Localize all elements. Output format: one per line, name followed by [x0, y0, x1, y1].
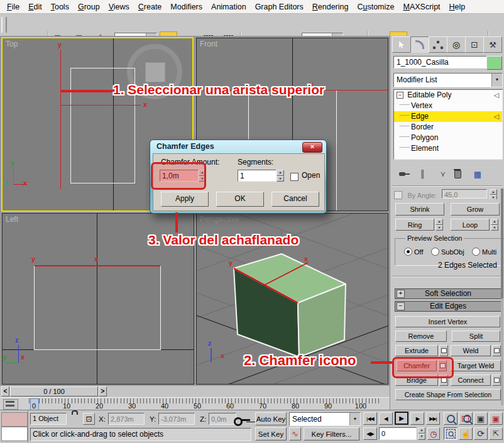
stack-item-element[interactable]: Element: [394, 143, 502, 154]
menu-help[interactable]: Help: [445, 1, 470, 13]
tab-utilities[interactable]: ⚒: [483, 36, 502, 53]
cancel-button[interactable]: Cancel: [271, 192, 319, 207]
pan-button[interactable]: ☝: [459, 427, 473, 440]
grow-button[interactable]: Grow: [451, 203, 500, 216]
modifier-list-dropdown[interactable]: Modifier List▼: [393, 73, 503, 87]
menu-tools[interactable]: Tools: [47, 1, 74, 13]
panel-scrollbar[interactable]: [501, 189, 503, 405]
preview-multi-radio[interactable]: Multi: [472, 248, 496, 256]
menu-maxscript[interactable]: MAXScript: [399, 1, 445, 13]
previous-frame-button[interactable]: ◀|: [379, 412, 393, 425]
previous-frame-arrow[interactable]: <: [1, 386, 9, 397]
z-coordinate-field[interactable]: [209, 413, 236, 425]
set-key-button[interactable]: Set Key: [255, 427, 287, 440]
create-shape-button[interactable]: Create Shape From Selection: [395, 389, 501, 400]
loop-spinner[interactable]: ▲▼: [491, 219, 498, 231]
shrink-button[interactable]: Shrink: [395, 203, 444, 216]
x-coordinate-field[interactable]: [108, 413, 145, 425]
object-name-field[interactable]: [393, 56, 488, 68]
tab-motion[interactable]: ◎: [447, 36, 466, 53]
viewport-top-label[interactable]: Top: [6, 40, 18, 48]
remove-modifier-icon[interactable]: [451, 168, 464, 180]
next-frame-arrow[interactable]: >: [99, 386, 107, 397]
extrude-settings-button[interactable]: [439, 345, 448, 356]
zoom-button[interactable]: [444, 412, 457, 425]
configure-modifier-sets-icon[interactable]: ▦: [471, 168, 485, 180]
zoom-all-button[interactable]: [459, 412, 473, 425]
split-button[interactable]: Split: [452, 331, 500, 342]
maxscript-listener-pink[interactable]: [1, 412, 28, 427]
menu-customize[interactable]: Customize: [353, 1, 398, 13]
remove-button[interactable]: Remove: [395, 331, 447, 342]
time-slider-button[interactable]: 0 / 100: [10, 386, 98, 397]
menu-edit[interactable]: Edit: [24, 1, 47, 13]
connect-button[interactable]: Connect: [451, 375, 491, 386]
viewport-front-label[interactable]: Front: [200, 40, 217, 48]
apply-button[interactable]: Apply: [161, 192, 209, 207]
scrollbar-thumb[interactable]: [501, 189, 503, 298]
make-unique-icon[interactable]: ⋎: [436, 168, 450, 180]
open-checkbox[interactable]: [290, 171, 299, 182]
toolbar-grip[interactable]: [1, 17, 7, 33]
stack-item-editable-poly[interactable]: − Editable Poly ◁: [394, 90, 502, 101]
zoom-extents-all-button[interactable]: ▣: [489, 412, 503, 425]
menu-file[interactable]: File: [3, 1, 24, 13]
expand-icon[interactable]: +: [397, 290, 405, 298]
close-icon[interactable]: ×: [302, 142, 322, 153]
stack-item-polygon[interactable]: Polygon: [394, 133, 502, 143]
weld-settings-button[interactable]: [492, 345, 501, 356]
by-angle-field[interactable]: 45,0: [442, 189, 487, 199]
viewport-perspective-label[interactable]: Perspective: [200, 215, 239, 224]
minmax-toggle-button[interactable]: ⇱: [489, 427, 503, 440]
arc-rotate-button[interactable]: ⟳: [474, 427, 488, 440]
absolute-mode-toggle[interactable]: ⊡: [83, 413, 95, 425]
object-color-swatch[interactable]: [486, 56, 502, 70]
chevron-down-icon[interactable]: ▼: [349, 413, 360, 425]
tab-display[interactable]: ⊡: [465, 36, 484, 53]
y-coordinate-field[interactable]: [158, 413, 195, 425]
zoom-extents-button[interactable]: ▣: [474, 412, 488, 425]
region-zoom-button[interactable]: [444, 427, 457, 440]
insert-vertex-button[interactable]: Insert Vertex: [395, 316, 500, 327]
play-button[interactable]: ▶: [395, 412, 408, 425]
menu-create[interactable]: Create: [134, 1, 167, 13]
chevron-down-icon[interactable]: ▼: [491, 74, 502, 87]
menu-group[interactable]: Group: [74, 1, 104, 13]
extrude-button[interactable]: Extrude: [395, 345, 438, 356]
segments-field[interactable]: [238, 170, 277, 182]
target-weld-button[interactable]: Target Weld: [451, 360, 501, 371]
frame-spinner[interactable]: ▲▼: [418, 427, 425, 440]
collapse-icon[interactable]: −: [397, 92, 403, 99]
rollout-edit-edges[interactable]: − Edit Edges: [395, 301, 501, 312]
pin-stack-icon[interactable]: [395, 168, 409, 180]
rollout-soft-selection[interactable]: + Soft Selection: [395, 288, 501, 299]
tab-modify[interactable]: [410, 36, 429, 53]
mini-curve-editor-button[interactable]: [3, 399, 18, 410]
connect-settings-button[interactable]: [492, 375, 501, 386]
menu-modifiers[interactable]: Modifiers: [166, 1, 207, 13]
preview-off-radio[interactable]: Off: [404, 248, 423, 256]
menu-rendering[interactable]: Rendering: [308, 1, 353, 13]
selection-set-dropdown[interactable]: Selected▼: [289, 412, 361, 426]
tab-hierarchy[interactable]: [429, 36, 447, 53]
auto-key-button[interactable]: Auto Key: [255, 412, 287, 425]
preview-subobj-radio[interactable]: SubObj: [431, 248, 464, 256]
segments-spinner[interactable]: ▲▼: [277, 170, 284, 182]
ring-spinner[interactable]: ▲▼: [436, 219, 443, 231]
collapse-icon[interactable]: −: [397, 302, 405, 310]
current-frame-field[interactable]: [379, 427, 417, 440]
weld-button[interactable]: Weld: [451, 345, 491, 356]
viewport-left-label[interactable]: Left: [6, 215, 18, 224]
goto-end-button[interactable]: ▶▶|: [426, 412, 440, 425]
ok-button[interactable]: OK: [216, 192, 264, 207]
ring-button[interactable]: Ring: [395, 219, 434, 231]
maxscript-listener-white[interactable]: [1, 427, 28, 441]
stack-item-edge[interactable]: Edge ◁: [394, 111, 502, 122]
tab-create[interactable]: [392, 36, 411, 53]
stack-item-border[interactable]: Border: [394, 122, 502, 133]
key-mode-toggle[interactable]: ◀|▶: [363, 427, 377, 440]
goto-start-button[interactable]: |◀◀: [363, 412, 377, 425]
by-angle-checkbox[interactable]: [394, 191, 402, 199]
menu-views[interactable]: Views: [104, 1, 134, 13]
track-bar[interactable]: 0 10 20 30 40 50 60 70 80 90 100: [0, 397, 390, 410]
